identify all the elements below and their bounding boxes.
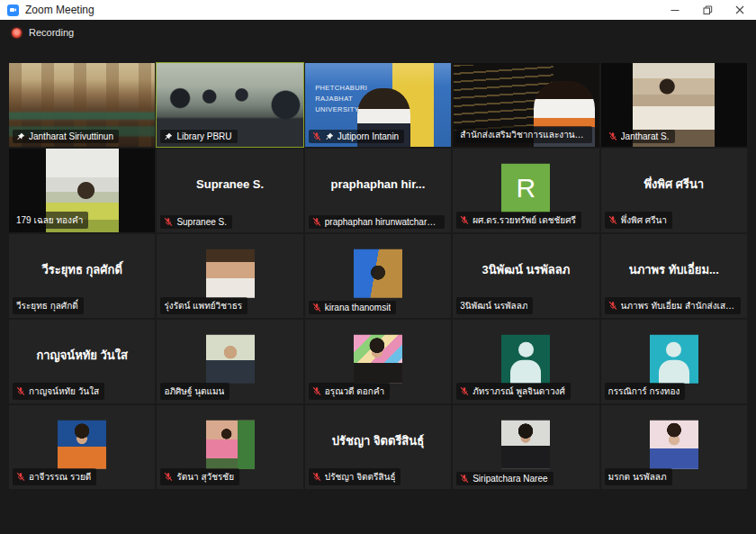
participant-name-tag: 3นิพัฒน์ นรพัลลภ xyxy=(456,297,533,314)
recording-label: Recording xyxy=(29,27,74,38)
muted-mic-icon xyxy=(164,472,173,482)
participant-name-tag: วีระยุทธ กุลศักดิ์ xyxy=(13,297,84,314)
window-title-bar: Zoom Meeting xyxy=(0,0,756,20)
pin-icon xyxy=(164,132,173,141)
participant-tile[interactable]: นภาพร ทับเอี่ยม... นภาพร ทับเอี่ยม สำนัก… xyxy=(601,234,747,318)
participant-tile[interactable]: อรุณวดี ดอกคำ xyxy=(305,320,451,403)
participant-name-tag: ภัทราภรณ์ พูลจินดาวงศ์ xyxy=(456,383,571,400)
participant-tile[interactable]: PHETCHABURI RAJABHAT UNIVERSITY Jutiporn… xyxy=(305,63,451,147)
participant-tile[interactable]: สำนักส่งเสริมวิชาการและงานทะเบียน... xyxy=(453,63,598,147)
participant-display-name: 3นิพัฒน์ นรพัลลภ xyxy=(453,234,598,305)
participant-name-tag: รุ่งรัตน์ แพทย์วิชาธร xyxy=(160,297,248,314)
meeting-area: Recording Jantharat Sirivuttinun xyxy=(0,20,756,534)
participant-name-label: นภาพร ทับเอี่ยม สำนักส่งเสริมวิ... xyxy=(621,299,735,312)
participant-name-label: อภิศิษฐ์ นุตแมน xyxy=(164,385,224,398)
participant-tile[interactable]: กาญจน์หทัย วันใส กาญจน์หทัย วันใส xyxy=(9,320,155,403)
participant-name-label: พึ่งพิศ ศรีนา xyxy=(621,213,667,227)
participant-name-label: สำนักส่งเสริมวิชาการและงานทะเบียน... xyxy=(460,128,587,141)
muted-mic-icon xyxy=(460,386,469,396)
participant-silhouette-avatar xyxy=(650,334,698,383)
participant-silhouette-avatar xyxy=(501,334,550,383)
participant-tile[interactable]: 179 เฉลย ทองคำ xyxy=(9,149,155,232)
participant-name-tag: 179 เฉลย ทองคำ xyxy=(13,212,88,229)
participant-tile[interactable]: Supranee S. Supranee S. xyxy=(157,149,302,232)
participant-name-tag: อรุณวดี ดอกคำ xyxy=(309,383,390,400)
participant-name-label: อาจีวรรณ รวยดี xyxy=(29,470,91,484)
participant-name-label: ปรัชญา จิตตรีสินธุ์ xyxy=(325,470,396,484)
muted-mic-icon xyxy=(312,472,321,482)
pin-icon xyxy=(16,132,25,141)
restore-button[interactable] xyxy=(691,0,724,20)
close-button[interactable] xyxy=(724,0,756,20)
participant-tile[interactable]: รัตนา สุวัชรชัย xyxy=(157,405,302,489)
participant-tile[interactable]: กรรณิการ์ กรงทอง xyxy=(601,320,747,403)
participant-name-label: รุ่งรัตน์ แพทย์วิชาธร xyxy=(164,299,242,312)
participant-display-name: วีระยุทธ กุลศักดิ์ xyxy=(9,234,155,305)
participant-tile[interactable]: พึ่งพิศ ศรีนา พึ่งพิศ ศรีนา xyxy=(601,149,747,232)
participant-name-tag: กาญจน์หทัย วันใส xyxy=(13,383,104,400)
participant-display-name: พึ่งพิศ ศรีนา xyxy=(601,149,747,220)
participant-name-tag: ผศ.ดร.รวยทรัพย์ เดชชัยศรี xyxy=(456,212,581,229)
participant-photo-avatar xyxy=(206,334,255,383)
muted-mic-icon xyxy=(608,215,617,225)
participant-tile[interactable]: Library PBRU xyxy=(157,63,302,147)
participant-photo-avatar xyxy=(58,420,106,468)
participant-tile[interactable]: praphaphan hir... praphaphan hirunwatcha… xyxy=(305,149,451,232)
participant-name-tag: อาจีวรรณ รวยดี xyxy=(13,468,96,485)
participant-name-label: praphaphan hirunwatchara... xyxy=(325,217,439,227)
participant-name-label: kirana thanomsit xyxy=(325,303,391,312)
muted-mic-icon xyxy=(16,386,25,396)
avatar-body xyxy=(510,359,541,383)
participant-name-tag: สำนักส่งเสริมวิชาการและงานทะเบียน... xyxy=(456,126,592,143)
participant-tile[interactable]: อภิศิษฐ์ นุตแมน xyxy=(157,320,302,403)
participant-tile[interactable]: R ผศ.ดร.รวยทรัพย์ เดชชัยศรี xyxy=(453,149,598,232)
muted-mic-icon xyxy=(608,131,617,141)
participant-name-label: วีระยุทธ กุลศักดิ์ xyxy=(16,299,78,312)
participant-tile[interactable]: 3นิพัฒน์ นรพัลลภ 3นิพัฒน์ นรพัลลภ xyxy=(453,234,598,318)
participant-name-label: มรกต นรพัลลภ xyxy=(608,470,667,484)
participant-photo-avatar xyxy=(354,249,402,297)
participant-display-name: ปรัชญา จิตตรีสินธุ์ xyxy=(305,405,451,476)
pin-icon xyxy=(325,132,334,141)
participant-name-tag: นภาพร ทับเอี่ยม สำนักส่งเสริมวิ... xyxy=(605,297,741,314)
participant-name-label: อรุณวดี ดอกคำ xyxy=(325,385,384,398)
participant-letter-avatar: R xyxy=(501,163,550,212)
muted-mic-icon xyxy=(164,217,173,227)
zoom-app-icon xyxy=(7,5,19,16)
minimize-icon xyxy=(670,5,680,14)
avatar-head xyxy=(666,341,681,357)
participant-name-tag: ปรัชญา จิตตรีสินธุ์ xyxy=(309,468,401,485)
muted-mic-icon xyxy=(312,386,321,396)
participant-name-tag: กรรณิการ์ กรงทอง xyxy=(605,383,686,400)
participant-name-tag: พึ่งพิศ ศรีนา xyxy=(605,212,672,229)
participant-name-tag: praphaphan hirunwatchara... xyxy=(309,215,445,229)
participant-tile[interactable]: วีระยุทธ กุลศักดิ์ วีระยุทธ กุลศักดิ์ xyxy=(9,234,155,318)
muted-mic-icon xyxy=(312,217,321,227)
participant-tile[interactable]: อาจีวรรณ รวยดี xyxy=(9,405,155,489)
recording-indicator: Recording xyxy=(12,27,74,38)
participant-tile[interactable]: ภัทราภรณ์ พูลจินดาวงศ์ xyxy=(453,320,598,403)
participant-name-label: กาญจน์หทัย วันใส xyxy=(29,385,99,398)
participant-tile[interactable]: Siripatchara Naree xyxy=(453,405,598,489)
avatar-body xyxy=(659,359,689,383)
participant-name-tag: Supranee S. xyxy=(160,215,232,229)
participant-display-name: Supranee S. xyxy=(157,149,302,220)
participant-name-label: 3นิพัฒน์ นรพัลลภ xyxy=(460,299,527,312)
participant-tile[interactable]: Jantharat S. xyxy=(601,63,747,147)
participant-tile[interactable]: Jantharat Sirivuttinun xyxy=(9,63,155,147)
participant-tile[interactable]: มรกต นรพัลลภ xyxy=(601,405,747,489)
participant-name-tag: Library PBRU xyxy=(160,130,237,143)
minimize-button[interactable] xyxy=(659,0,691,20)
muted-mic-icon xyxy=(16,472,25,482)
participant-name-label: Jutiporn Intanin xyxy=(338,131,399,141)
participant-name-label: ผศ.ดร.รวยทรัพย์ เดชชัยศรี xyxy=(472,213,576,227)
participant-tile[interactable]: ปรัชญา จิตตรีสินธุ์ ปรัชญา จิตตรีสินธุ์ xyxy=(305,405,451,489)
recording-dot-icon xyxy=(12,28,22,38)
participant-tile[interactable]: รุ่งรัตน์ แพทย์วิชาธร xyxy=(157,234,302,318)
window-title: Zoom Meeting xyxy=(25,4,94,16)
muted-mic-icon xyxy=(312,131,321,141)
virtual-background-text: PHETCHABURI RAJABHAT UNIVERSITY xyxy=(315,83,367,115)
participant-name-tag: kirana thanomsit xyxy=(309,301,396,314)
participant-tile[interactable]: kirana thanomsit xyxy=(305,234,451,318)
muted-mic-icon xyxy=(608,301,617,311)
